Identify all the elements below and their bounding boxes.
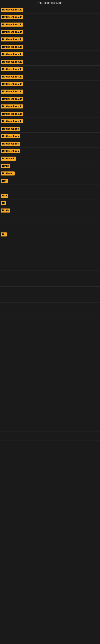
row-17: Bottleneck res xyxy=(0,125,100,132)
row-38 xyxy=(0,351,100,367)
badge-13: Bottleneck result xyxy=(1,97,23,101)
badge-16: Bottleneck result xyxy=(1,119,23,123)
badge-18: Bottleneck res xyxy=(1,134,20,138)
row-27: Bo xyxy=(0,200,100,207)
row-19: Bottleneck res xyxy=(0,140,100,148)
row-42 xyxy=(0,416,100,432)
badge-20: Bottleneck res xyxy=(1,149,20,153)
row-2: Bottleneck result xyxy=(0,14,100,21)
badge-30: Bo xyxy=(1,232,7,236)
row-32 xyxy=(0,254,100,270)
row-23: Bottlenec xyxy=(0,170,100,177)
row-39 xyxy=(0,367,100,383)
badge-8: Bottleneck result xyxy=(1,60,23,64)
row-11: Bottleneck result xyxy=(0,80,100,88)
row-6: Bottleneck result xyxy=(0,43,100,51)
row-18: Bottleneck res xyxy=(0,132,100,140)
row-5: Bottleneck result xyxy=(0,36,100,43)
badge-26: Bott xyxy=(1,194,8,198)
badge-23: Bottlenec xyxy=(1,172,15,176)
row-40 xyxy=(0,383,100,399)
badge-27: Bo xyxy=(1,201,6,205)
row-12: Bottleneck result xyxy=(0,88,100,96)
row-36 xyxy=(0,319,100,335)
row-31 xyxy=(0,238,100,254)
badge-7: Bottleneck result xyxy=(1,52,23,56)
badge-22: Bottle xyxy=(1,164,10,168)
row-9: Bottleneck result xyxy=(0,66,100,73)
badge-1: Bottleneck result xyxy=(1,8,23,12)
row-13: Bottleneck result xyxy=(0,96,100,103)
badge-12: Bottleneck result xyxy=(1,90,23,94)
badge-15: Bottleneck result xyxy=(1,112,23,116)
badge-3: Bottleneck result xyxy=(1,22,23,26)
site-title: TheBottlenecker.com xyxy=(0,0,100,6)
row-28: Bottle xyxy=(0,207,100,214)
row-7: Bottleneck result xyxy=(0,51,100,58)
bar-indicator-2 xyxy=(1,435,2,439)
badge-9: Bottleneck result xyxy=(1,67,23,71)
row-21: Bottleneck xyxy=(0,155,100,162)
row-30: Bo xyxy=(0,231,100,238)
row-14: Bottleneck result xyxy=(0,103,100,110)
bar-indicator-1 xyxy=(1,186,2,190)
badge-2: Bottleneck result xyxy=(1,15,23,19)
badge-14: Bottleneck result xyxy=(1,104,23,108)
badge-5: Bottleneck result xyxy=(1,38,23,42)
badge-24: Bot xyxy=(1,179,8,183)
row-1: Bottleneck result xyxy=(0,6,100,14)
row-8: Bottleneck result xyxy=(0,58,100,66)
badge-19: Bottleneck res xyxy=(1,142,20,146)
badge-11: Bottleneck result xyxy=(1,82,23,86)
row-bottom xyxy=(0,434,100,441)
row-24: Bot xyxy=(0,177,100,185)
badge-4: Bottleneck result xyxy=(1,30,23,34)
badge-21: Bottleneck xyxy=(1,156,16,160)
row-22: Bottle xyxy=(0,162,100,170)
row-37 xyxy=(0,335,100,351)
row-25 xyxy=(0,185,100,192)
badge-28: Bottle xyxy=(1,208,10,212)
row-34 xyxy=(0,286,100,303)
row-26: Bott xyxy=(0,192,100,200)
row-41 xyxy=(0,399,100,416)
row-20: Bottleneck res xyxy=(0,148,100,155)
row-35 xyxy=(0,303,100,319)
row-4: Bottleneck result xyxy=(0,28,100,36)
row-3: Bottleneck result xyxy=(0,21,100,28)
row-15: Bottleneck result xyxy=(0,110,100,118)
row-10: Bottleneck result xyxy=(0,73,100,80)
row-16: Bottleneck result xyxy=(0,118,100,125)
badge-6: Bottleneck result xyxy=(1,45,23,49)
badge-17: Bottleneck res xyxy=(1,127,20,131)
badge-10: Bottleneck result xyxy=(1,75,23,79)
row-29 xyxy=(0,214,100,223)
row-33 xyxy=(0,270,100,286)
